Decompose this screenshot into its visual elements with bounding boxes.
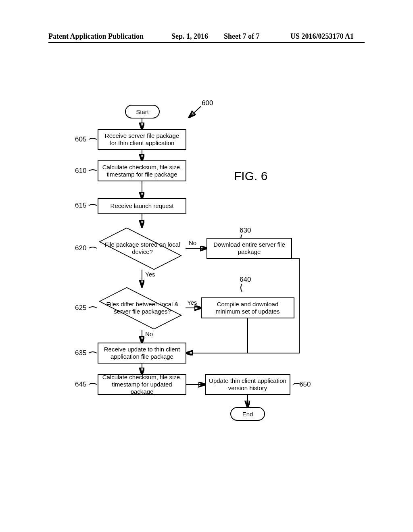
step-640-text: Compile and download minimum set of upda… — [204, 301, 291, 315]
step-645: Calculate checksum, file size, timestamp… — [98, 374, 186, 395]
branch-625-no: No — [145, 330, 153, 337]
terminal-start-label: Start — [136, 108, 149, 115]
ref-645: 645 — [75, 380, 86, 389]
ref-630: 630 — [240, 227, 251, 235]
step-650-text: Update thin client application version h… — [208, 377, 287, 392]
svg-line-0 — [190, 106, 201, 117]
ref-615: 615 — [75, 202, 86, 210]
step-615-text: Receive launch request — [111, 202, 174, 210]
branch-620-no: No — [189, 239, 196, 246]
ref-600: 600 — [202, 99, 213, 107]
step-615: Receive launch request — [98, 198, 186, 214]
step-605: Receive server file package for thin cli… — [98, 129, 186, 150]
flow-connectors — [0, 0, 413, 532]
header-sheet: Sheet 7 of 7 — [224, 32, 260, 41]
step-640: Compile and download minimum set of upda… — [201, 297, 294, 318]
ref-635: 635 — [75, 349, 86, 357]
step-610: Calculate checksum, file size, timestamp… — [98, 160, 186, 181]
ref-625: 625 — [75, 304, 86, 312]
step-630: Download entire server file package — [206, 238, 292, 259]
figure-title: FIG. 6 — [234, 169, 267, 183]
header-left: Patent Application Publication — [48, 32, 144, 41]
decision-625-text: Files differ between local & server file… — [103, 295, 181, 321]
step-635-text: Receive update to thin client applicatio… — [101, 346, 183, 360]
ref-610: 610 — [75, 167, 86, 175]
step-630-text: Download entire server file package — [210, 241, 289, 256]
header-right: US 2016/0253170 A1 — [290, 32, 354, 41]
ref-605: 605 — [75, 135, 86, 143]
terminal-end-label: End — [242, 411, 253, 418]
step-645-text: Calculate checksum, file size, timestamp… — [101, 374, 183, 395]
ref-620: 620 — [75, 244, 86, 252]
terminal-end: End — [230, 407, 265, 421]
terminal-start: Start — [125, 105, 160, 118]
branch-625-yes: Yes — [187, 299, 197, 306]
header-rule — [48, 42, 365, 43]
header-date: Sep. 1, 2016 — [171, 32, 208, 41]
step-610-text: Calculate checksum, file size, timestamp… — [101, 164, 183, 178]
page: Patent Application Publication Sep. 1, 2… — [0, 0, 413, 532]
decision-620-text: File package stored on local device? — [104, 238, 181, 259]
step-650: Update thin client application version h… — [205, 374, 290, 395]
branch-620-yes: Yes — [145, 271, 155, 278]
ref-650: 650 — [299, 380, 311, 389]
step-605-text: Receive server file package for thin cli… — [101, 132, 183, 147]
ref-640: 640 — [240, 276, 251, 284]
step-635: Receive update to thin client applicatio… — [98, 343, 186, 364]
